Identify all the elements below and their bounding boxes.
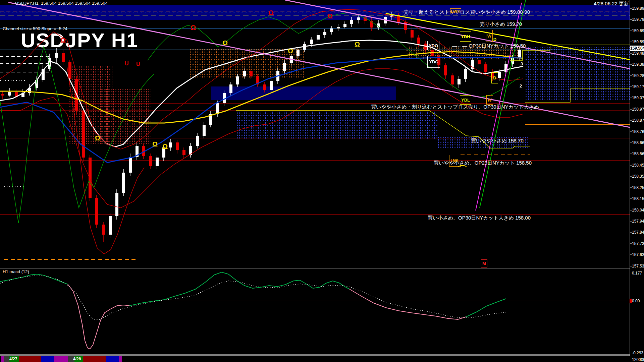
candle-bearish: [404, 22, 407, 30]
cloud-border-yellow-right-bottom: [525, 89, 630, 102]
candle-bullish: [464, 69, 467, 79]
candle-bullish: [8, 92, 11, 96]
candle-bullish: [330, 28, 333, 32]
candle-bullish: [203, 125, 206, 136]
candle-bearish: [417, 38, 420, 44]
violet-channel-b: [285, 0, 630, 69]
candle-bullish: [337, 27, 340, 28]
cloud-border-yellow-right-top: [510, 45, 630, 60]
session-segment: [54, 356, 68, 362]
candle-bearish: [82, 111, 85, 158]
candle-bullish: [317, 35, 320, 40]
candle-bearish: [149, 156, 152, 166]
ma-yellow: [0, 52, 523, 123]
candle-bullish: [310, 40, 313, 44]
steep-magenta: [476, 3, 522, 210]
macd-green-a: [0, 274, 68, 284]
channel-info-label: Channel size = 590 Slope = -5.24: [3, 26, 67, 31]
session-segment: [119, 356, 122, 362]
candle-bullish: [471, 60, 474, 69]
red-upper: [0, 9, 523, 149]
candle-bearish: [411, 30, 414, 38]
candle-bearish: [478, 60, 481, 64]
session-segment: [1, 356, 4, 362]
candle-bullish: [323, 32, 326, 35]
macd-green-c: [466, 299, 506, 317]
chart-canvas[interactable]: [0, 0, 644, 362]
candle-bullish: [156, 158, 159, 166]
session-date-label: 4/27: [9, 357, 17, 361]
macd-green-b: [129, 272, 349, 306]
candle-bullish: [357, 17, 360, 20]
candle-bullish: [458, 79, 461, 84]
candle-bearish: [1, 94, 4, 96]
session-date-label: 4/28: [73, 357, 81, 361]
candle-bullish: [343, 24, 346, 27]
candle-bullish: [109, 216, 112, 235]
candle-bearish: [95, 198, 98, 225]
macd-pink-a: [68, 284, 129, 349]
candle-bullish: [162, 147, 165, 158]
candle-bearish: [102, 225, 105, 235]
candle-bearish: [484, 64, 487, 72]
macd-indicator-label: H1 macd (12): [3, 269, 29, 274]
violet-channel-a: [8, 2, 630, 127]
session-timeline-bar: 4/274/28: [0, 356, 630, 362]
session-segment: [83, 356, 106, 362]
candle-bullish: [350, 20, 353, 24]
candle-bullish: [518, 50, 521, 58]
update-timestamp-button[interactable]: 4/28 06:22 更新: [594, 1, 629, 7]
candle-bullish: [115, 193, 118, 216]
candle-bearish: [176, 142, 179, 150]
candle-bearish: [263, 84, 266, 90]
cloud-border-yellow: [236, 111, 530, 148]
candle-bearish: [250, 71, 253, 76]
candle-bullish: [498, 72, 501, 78]
candle-bullish: [55, 53, 58, 58]
candle-bullish: [283, 63, 286, 71]
candle-bullish: [196, 136, 199, 146]
candle-bullish: [243, 71, 246, 76]
candle-bullish: [216, 103, 219, 114]
candle-bullish: [122, 173, 125, 193]
session-segment: [19, 356, 41, 362]
session-segment: [106, 356, 119, 362]
candle-bearish: [68, 62, 71, 79]
yellow-trend: [386, 13, 630, 60]
green-2: [148, 13, 520, 97]
steep-green: [480, 0, 526, 208]
candle-bearish: [89, 158, 92, 198]
candle-bearish: [182, 150, 185, 155]
candle-bullish: [169, 142, 172, 147]
candle-bullish: [236, 76, 239, 84]
candle-bullish: [270, 81, 273, 90]
symbol-title: USDJPY,H1 159.504 159.504 159.504 159.50…: [15, 1, 108, 6]
candle-bullish: [297, 50, 300, 56]
candle-bullish: [129, 157, 132, 173]
ma-white: [0, 40, 523, 147]
macd-signal: [0, 276, 506, 320]
candle-bearish: [451, 75, 454, 84]
candle-bearish: [62, 53, 65, 62]
candle-bullish: [229, 84, 232, 93]
candle-bearish: [444, 65, 447, 75]
chart-window: USDJPY H1 USDJPY,H1 159.504 159.504 159.…: [0, 0, 644, 362]
session-segment: [41, 356, 54, 362]
